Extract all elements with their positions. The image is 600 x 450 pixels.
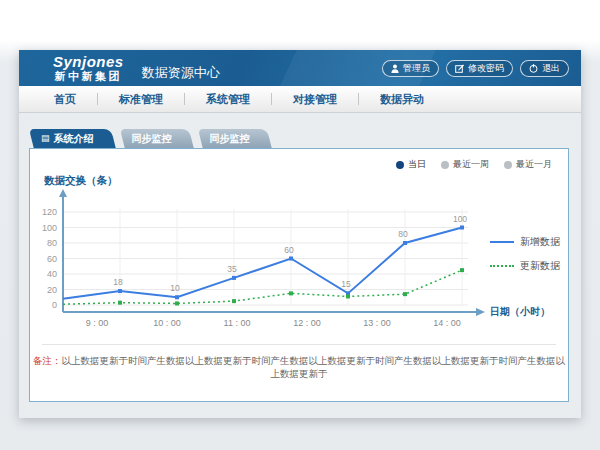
nav-item-standard-mgmt[interactable]: 标准管理	[98, 93, 185, 105]
svg-text:15: 15	[341, 279, 351, 289]
tab-system-intro-label: 系统介绍	[54, 129, 94, 148]
radio-last-month-label: 最近一月	[516, 158, 552, 171]
time-range-filter: 当日 最近一周 最近一月	[396, 158, 552, 171]
svg-text:14 : 00: 14 : 00	[433, 318, 461, 328]
radio-last-week-label: 最近一周	[453, 158, 489, 171]
dotted-line-icon	[490, 265, 514, 267]
svg-text:13 : 00: 13 : 00	[363, 318, 391, 328]
tab-sync-monitor-1[interactable]: 同步监控	[120, 129, 189, 148]
legend-updated-data-label: 更新数据	[520, 259, 560, 273]
chart-panel: 当日 最近一周 最近一月 数据交换（条） 0204060801001209 : …	[29, 148, 569, 402]
user-icon	[391, 64, 399, 73]
svg-text:40: 40	[47, 269, 57, 279]
footnote: 备注：以上数据更新于时间产生数据以上数据更新于时间产生数据以上数据更新于时间产生…	[30, 355, 568, 381]
tab-sync-monitor-1-label: 同步监控	[132, 129, 172, 148]
header-actions: 管理员 修改密码 退出	[382, 60, 569, 77]
user-button[interactable]: 管理员	[382, 60, 439, 77]
svg-text:日期（小时）: 日期（小时）	[490, 306, 550, 317]
document-icon: ▤	[41, 134, 50, 143]
nav-item-system-mgmt[interactable]: 系统管理	[185, 93, 272, 105]
radio-today-label: 当日	[408, 158, 426, 171]
radio-last-month[interactable]: 最近一月	[504, 158, 552, 171]
tab-sync-monitor-2[interactable]: 同步监控	[198, 129, 267, 148]
svg-text:12 : 00: 12 : 00	[293, 318, 321, 328]
radio-dot-icon	[504, 161, 512, 169]
svg-text:60: 60	[47, 254, 57, 264]
svg-text:9 : 00: 9 : 00	[86, 318, 109, 328]
change-password-button[interactable]: 修改密码	[446, 60, 513, 77]
chart-y-axis-title: 数据交换（条）	[44, 174, 118, 188]
svg-text:100: 100	[42, 223, 57, 233]
logout-button[interactable]: 退出	[520, 60, 569, 77]
footnote-text: 以上数据更新于时间产生数据以上数据更新于时间产生数据以上数据更新于时间产生数据以…	[62, 355, 566, 379]
nav-item-home[interactable]: 首页	[33, 93, 98, 105]
user-button-label: 管理员	[403, 62, 430, 75]
svg-text:10: 10	[170, 283, 180, 293]
logout-button-label: 退出	[542, 62, 560, 75]
content-area: ▤ 系统介绍 同步监控 同步监控 当日 最近一周	[19, 129, 581, 435]
svg-text:80: 80	[398, 229, 408, 239]
logo-english: Synjones	[53, 54, 124, 69]
radio-last-week[interactable]: 最近一周	[441, 158, 489, 171]
legend-new-data-label: 新增数据	[520, 235, 560, 249]
line-chart-svg: 0204060801001209 : 0010 : 0011 : 0012 : …	[38, 189, 562, 331]
svg-text:11 : 00: 11 : 00	[224, 318, 251, 328]
nav-item-connection-mgmt[interactable]: 对接管理	[272, 93, 359, 105]
svg-text:10 : 00: 10 : 00	[153, 318, 181, 328]
nav-item-data-change[interactable]: 数据异动	[359, 93, 445, 105]
svg-text:20: 20	[47, 285, 57, 295]
header-bar: Synjones 新中新集团 数据资源中心 管理员 修改密码 退出	[19, 50, 581, 86]
svg-text:60: 60	[284, 245, 294, 255]
tab-system-intro[interactable]: ▤ 系统介绍	[29, 129, 111, 148]
main-nav: 首页 标准管理 系统管理 对接管理 数据异动	[19, 86, 581, 113]
svg-text:18: 18	[113, 277, 123, 287]
legend-item-updated-data[interactable]: 更新数据	[490, 259, 560, 273]
tab-bar: ▤ 系统介绍 同步监控 同步监控	[29, 129, 581, 148]
change-password-button-label: 修改密码	[468, 62, 504, 75]
svg-text:0: 0	[52, 300, 57, 310]
svg-text:35: 35	[227, 264, 237, 274]
legend-item-new-data[interactable]: 新增数据	[490, 235, 560, 249]
svg-text:120: 120	[42, 207, 57, 217]
chart-legend: 新增数据 更新数据	[490, 235, 560, 283]
company-logo: Synjones 新中新集团	[53, 54, 124, 82]
radio-dot-icon	[396, 161, 404, 169]
radio-dot-icon	[441, 161, 449, 169]
logo-chinese: 新中新集团	[53, 71, 124, 82]
radio-today[interactable]: 当日	[396, 158, 426, 171]
svg-text:100: 100	[453, 214, 467, 224]
footnote-prefix: 备注：	[33, 355, 62, 366]
power-icon	[529, 64, 538, 73]
note-divider	[42, 344, 556, 345]
solid-line-icon	[490, 241, 514, 243]
edit-icon	[455, 64, 464, 73]
line-chart: 0204060801001209 : 0010 : 0011 : 0012 : …	[38, 189, 562, 335]
page-title: 数据资源中心	[142, 64, 220, 82]
svg-text:80: 80	[47, 238, 57, 248]
tab-sync-monitor-2-label: 同步监控	[210, 129, 250, 148]
app-window: Synjones 新中新集团 数据资源中心 管理员 修改密码 退出	[19, 50, 581, 418]
